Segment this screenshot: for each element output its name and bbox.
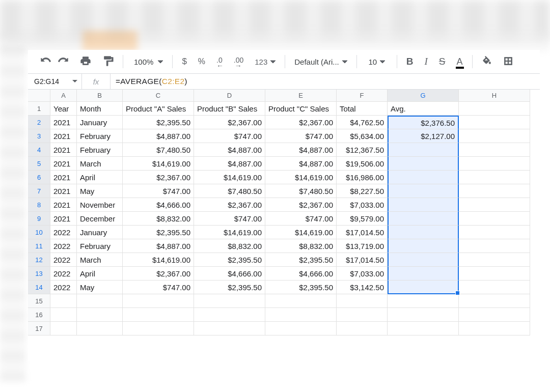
cell[interactable]: [77, 294, 123, 308]
row-header[interactable]: 3: [28, 129, 50, 143]
cell[interactable]: May: [77, 281, 123, 294]
name-box[interactable]: G2:G14: [28, 74, 82, 89]
row-header[interactable]: 8: [28, 198, 50, 212]
cell[interactable]: $4,887.00: [194, 143, 265, 157]
cell[interactable]: March: [77, 253, 123, 267]
borders-button[interactable]: [500, 53, 516, 70]
row-header[interactable]: 17: [28, 322, 50, 335]
cell[interactable]: $7,480.50: [265, 184, 337, 198]
cell[interactable]: $16,986.00: [337, 171, 388, 184]
row-header[interactable]: 2: [28, 116, 50, 129]
cell[interactable]: [50, 308, 77, 322]
cell[interactable]: [388, 322, 459, 335]
row-header[interactable]: 14: [28, 281, 50, 294]
cell[interactable]: 2022: [50, 267, 77, 281]
cell[interactable]: $747.00: [265, 212, 337, 226]
cell[interactable]: $747.00: [265, 129, 337, 143]
cell[interactable]: $747.00: [123, 184, 194, 198]
cell[interactable]: February: [77, 129, 123, 143]
cell[interactable]: March: [77, 157, 123, 171]
header-cell[interactable]: Year: [50, 102, 77, 116]
cell[interactable]: $13,719.00: [337, 239, 388, 253]
cell[interactable]: [388, 281, 459, 294]
print-button[interactable]: [77, 53, 94, 71]
cell[interactable]: [265, 294, 337, 308]
italic-button[interactable]: I: [422, 53, 431, 70]
cell[interactable]: [123, 294, 194, 308]
cell[interactable]: 2021: [50, 198, 77, 212]
cell[interactable]: [459, 184, 530, 198]
cell[interactable]: December: [77, 212, 123, 226]
cell[interactable]: $4,666.00: [123, 198, 194, 212]
cell[interactable]: November: [77, 198, 123, 212]
row-header[interactable]: 13: [28, 267, 50, 281]
increase-decimal-button[interactable]: .00→: [231, 55, 246, 68]
cell[interactable]: [459, 239, 530, 253]
cell[interactable]: [194, 308, 265, 322]
column-header[interactable]: F: [337, 90, 388, 102]
cell[interactable]: [459, 129, 530, 143]
cell[interactable]: $4,762.50: [337, 116, 388, 129]
cell[interactable]: $2,367.00: [194, 116, 265, 129]
font-family-dropdown[interactable]: Default (Ari...: [291, 55, 350, 69]
cell[interactable]: 2021: [50, 212, 77, 226]
cell[interactable]: $8,227.50: [337, 184, 388, 198]
cell[interactable]: $17,014.50: [337, 253, 388, 267]
header-cell[interactable]: Product "B" Sales: [194, 102, 265, 116]
cell[interactable]: $7,033.00: [337, 198, 388, 212]
row-header[interactable]: 6: [28, 171, 50, 184]
formula-bar[interactable]: =AVERAGE(C2:E2): [111, 74, 540, 89]
cell[interactable]: $2,395.50: [123, 226, 194, 239]
cell[interactable]: [388, 239, 459, 253]
cell[interactable]: $12,367.50: [337, 143, 388, 157]
cell[interactable]: $14,619.00: [194, 226, 265, 239]
cell[interactable]: $7,480.50: [194, 184, 265, 198]
header-cell[interactable]: Product "A" Sales: [123, 102, 194, 116]
column-header[interactable]: H: [459, 90, 530, 102]
cell[interactable]: [459, 294, 530, 308]
column-header[interactable]: D: [194, 90, 265, 102]
cell[interactable]: [123, 308, 194, 322]
cell[interactable]: [77, 308, 123, 322]
cell[interactable]: $2,367.00: [194, 198, 265, 212]
row-header[interactable]: 16: [28, 308, 50, 322]
cell[interactable]: [265, 322, 337, 335]
cell[interactable]: [459, 116, 530, 129]
row-header[interactable]: 9: [28, 212, 50, 226]
cell[interactable]: $2,367.00: [265, 198, 337, 212]
cell[interactable]: April: [77, 171, 123, 184]
cell[interactable]: [459, 226, 530, 239]
cell[interactable]: $4,666.00: [194, 267, 265, 281]
cell[interactable]: $2,127.00: [388, 129, 459, 143]
cell[interactable]: 2021: [50, 129, 77, 143]
header-cell[interactable]: Avg.: [388, 102, 459, 116]
cell[interactable]: [388, 184, 459, 198]
cell[interactable]: $8,832.00: [123, 212, 194, 226]
cell[interactable]: [459, 322, 530, 335]
cell[interactable]: 2022: [50, 253, 77, 267]
cell[interactable]: 2022: [50, 239, 77, 253]
cell[interactable]: [123, 322, 194, 335]
cell[interactable]: [388, 253, 459, 267]
row-header[interactable]: 1: [28, 102, 50, 116]
cell[interactable]: $4,887.00: [123, 239, 194, 253]
cell[interactable]: [388, 143, 459, 157]
cell[interactable]: $2,376.50: [388, 116, 459, 129]
cell[interactable]: April: [77, 267, 123, 281]
row-header[interactable]: 10: [28, 226, 50, 239]
number-format-dropdown[interactable]: 123: [252, 55, 279, 69]
row-header[interactable]: 15: [28, 294, 50, 308]
cell[interactable]: [388, 171, 459, 184]
cell[interactable]: $4,887.00: [123, 129, 194, 143]
cell[interactable]: $2,367.00: [265, 116, 337, 129]
header-cell[interactable]: Month: [77, 102, 123, 116]
format-currency-button[interactable]: $: [179, 54, 189, 69]
decrease-decimal-button[interactable]: .0←: [213, 55, 226, 68]
cell[interactable]: 2021: [50, 157, 77, 171]
cell[interactable]: $4,887.00: [194, 157, 265, 171]
redo-button[interactable]: [54, 53, 72, 71]
cell[interactable]: May: [77, 184, 123, 198]
cell[interactable]: [459, 198, 530, 212]
cell[interactable]: [459, 253, 530, 267]
cell[interactable]: $14,619.00: [265, 171, 337, 184]
